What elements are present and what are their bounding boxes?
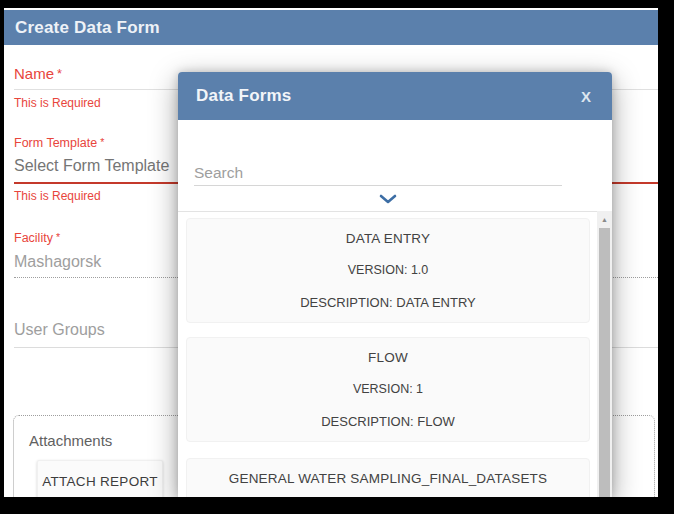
item-title: DATA ENTRY <box>187 219 589 246</box>
modal-title: Data Forms <box>196 86 292 106</box>
item-title: GENERAL WATER SAMPLING_FINAL_DATASETS <box>187 459 589 486</box>
list-item-data-entry[interactable]: DATA ENTRY VERSION: 1.0 DESCRIPTION: DAT… <box>186 218 590 323</box>
required-asterisk: * <box>57 66 62 81</box>
list-item-flow[interactable]: FLOW VERSION: 1 DESCRIPTION: FLOW <box>186 337 590 442</box>
item-version: VERSION: 1 <box>187 382 589 396</box>
page-title: Create Data Form <box>15 18 160 37</box>
page-header: Create Data Form <box>4 10 658 45</box>
item-version: VERSION: 1.0 <box>187 263 589 277</box>
scrollbar-thumb[interactable] <box>599 228 610 497</box>
item-description: DESCRIPTION: DATA ENTRY <box>187 295 589 310</box>
data-forms-modal-header: Data Forms X <box>178 72 612 120</box>
search-field-wrap <box>194 160 562 186</box>
scroll-up-icon[interactable]: ▲ <box>597 212 612 227</box>
item-description: DESCRIPTION: FLOW <box>187 414 589 429</box>
list-item-general-water-sampling[interactable]: GENERAL WATER SAMPLING_FINAL_DATASETS <box>186 458 590 497</box>
expand-list-button[interactable] <box>178 188 597 210</box>
chevron-down-icon <box>379 194 397 204</box>
attach-report-button[interactable]: ATTACH REPORT <box>37 460 163 497</box>
search-input[interactable] <box>194 160 562 186</box>
required-asterisk: * <box>56 231 60 243</box>
list-divider <box>178 211 612 212</box>
item-title: FLOW <box>187 338 589 365</box>
required-asterisk: * <box>100 136 104 148</box>
data-forms-modal: Data Forms X DATA ENTRY VERSION: 1.0 DES… <box>178 72 612 497</box>
modal-scrollbar[interactable]: ▲ <box>597 211 612 497</box>
close-icon[interactable]: X <box>581 88 591 105</box>
